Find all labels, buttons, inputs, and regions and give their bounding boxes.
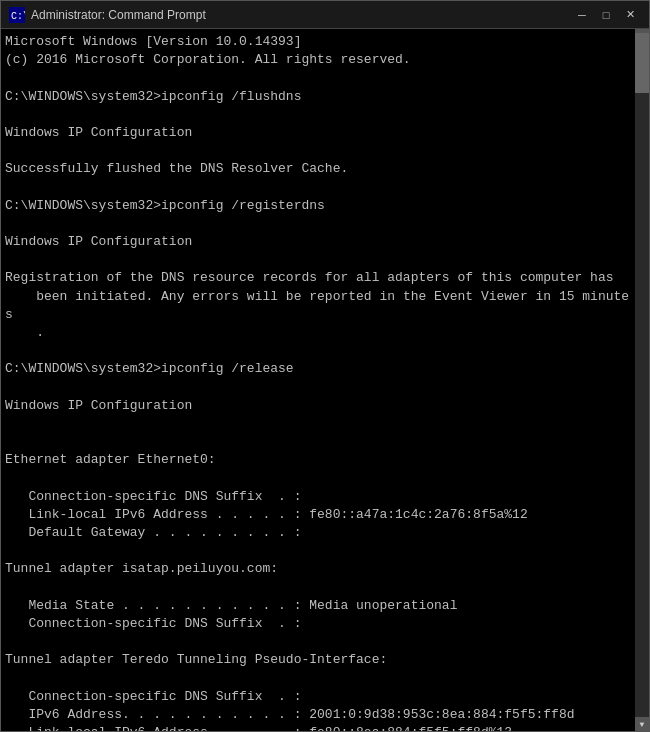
maximize-button[interactable]: □ — [595, 6, 617, 24]
window-controls: ─ □ ✕ — [571, 6, 641, 24]
window-title: Administrator: Command Prompt — [31, 8, 571, 22]
scrollbar[interactable]: ▲ ▼ — [635, 29, 649, 731]
title-bar: C:\ Administrator: Command Prompt ─ □ ✕ — [1, 1, 649, 29]
close-button[interactable]: ✕ — [619, 6, 641, 24]
terminal-output[interactable]: Microsoft Windows [Version 10.0.14393] (… — [1, 29, 635, 731]
scrollbar-down-arrow[interactable]: ▼ — [635, 717, 649, 731]
scrollbar-thumb[interactable] — [635, 33, 649, 93]
command-prompt-window: C:\ Administrator: Command Prompt ─ □ ✕ … — [0, 0, 650, 732]
content-area: Microsoft Windows [Version 10.0.14393] (… — [1, 29, 649, 731]
minimize-button[interactable]: ─ — [571, 6, 593, 24]
svg-text:C:\: C:\ — [11, 11, 25, 22]
cmd-icon: C:\ — [9, 7, 25, 23]
